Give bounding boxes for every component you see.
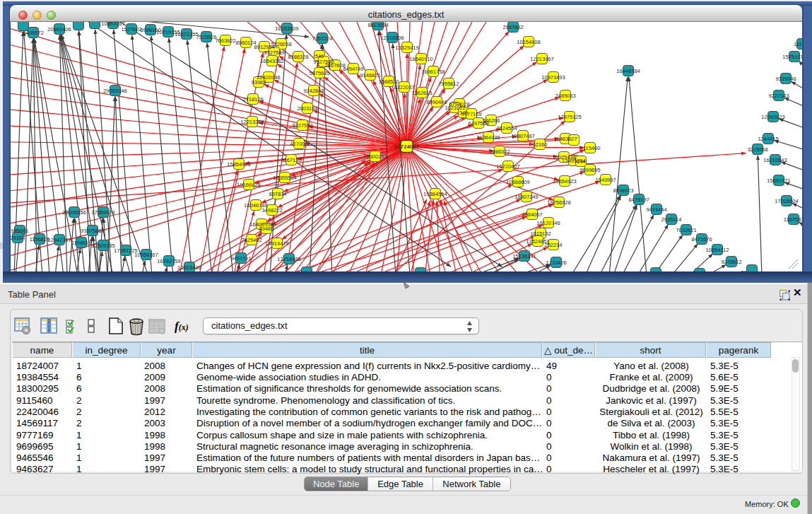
svg-text:16120746: 16120746 [536, 220, 560, 226]
svg-text:7357224: 7357224 [312, 35, 332, 42]
svg-text:8427552: 8427552 [292, 122, 312, 129]
svg-text:2987682: 2987682 [502, 24, 523, 30]
svg-text:12505135: 12505135 [91, 243, 114, 249]
svg-text:8990448: 8990448 [426, 99, 447, 105]
svg-text:8186328: 8186328 [288, 54, 308, 60]
svg-text:2867608: 2867608 [324, 62, 345, 69]
svg-text:9474444: 9474444 [646, 206, 666, 213]
svg-text:8960124: 8960124 [235, 40, 256, 46]
svg-text:9329946: 9329946 [775, 76, 796, 82]
svg-text:3215958: 3215958 [747, 146, 767, 153]
svg-text:10807487: 10807487 [511, 133, 534, 139]
svg-text:19756928: 19756928 [547, 199, 570, 206]
svg-text:2718126: 2718126 [242, 96, 263, 103]
svg-text:7632621: 7632621 [676, 227, 696, 233]
svg-text:16033809: 16033809 [275, 25, 298, 32]
svg-text:16961758: 16961758 [421, 69, 445, 75]
svg-text:93963: 93963 [252, 79, 266, 86]
svg-text:9115460: 9115460 [580, 145, 601, 151]
svg-text:16543382: 16543382 [260, 58, 283, 64]
svg-text:9457791: 9457791 [230, 255, 251, 262]
svg-text:21364436: 21364436 [476, 134, 500, 141]
svg-text:14914479: 14914479 [265, 240, 288, 247]
svg-text:1154519: 1154519 [71, 240, 92, 246]
svg-text:10688609: 10688609 [506, 179, 529, 185]
svg-text:25300293: 25300293 [363, 153, 387, 160]
svg-text:10654112: 10654112 [706, 247, 729, 253]
svg-text:9777169: 9777169 [461, 111, 481, 117]
svg-text:18724007: 18724007 [394, 144, 420, 150]
svg-text:19384554: 19384554 [423, 191, 447, 197]
svg-text:252214: 252214 [544, 242, 562, 248]
svg-text:10973493: 10973493 [541, 74, 565, 81]
svg-text:7515526: 7515526 [196, 34, 216, 40]
svg-text:8454749: 8454749 [343, 66, 363, 72]
svg-text:9327509: 9327509 [264, 49, 284, 56]
svg-text:1527602: 1527602 [121, 26, 141, 33]
svg-text:17359924: 17359924 [91, 209, 114, 216]
svg-text:8813054: 8813054 [367, 22, 388, 28]
svg-text:2935114: 2935114 [661, 216, 682, 223]
svg-text:1167533: 1167533 [784, 216, 802, 223]
svg-text:1640957: 1640957 [595, 177, 616, 183]
svg-text:16448784: 16448784 [616, 68, 640, 74]
svg-text:9699695: 9699695 [579, 167, 600, 173]
svg-text:1405572: 1405572 [23, 30, 43, 36]
svg-text:6479197: 6479197 [628, 197, 649, 203]
svg-text:7955812: 7955812 [438, 81, 459, 87]
svg-text:19463627: 19463627 [553, 136, 577, 142]
svg-text:12213967: 12213967 [530, 56, 553, 62]
svg-text:12975125: 12975125 [558, 114, 581, 120]
svg-text:93975867: 93975867 [81, 228, 104, 234]
svg-text:867834: 867834 [269, 191, 286, 197]
svg-text:8471676: 8471676 [691, 236, 712, 243]
svg-text:20691406: 20691406 [47, 26, 71, 33]
svg-text:5226058: 5226058 [271, 41, 291, 47]
svg-text:12213369: 12213369 [240, 119, 264, 125]
svg-text:16782759: 16782759 [157, 258, 180, 264]
svg-text:111727: 111727 [794, 41, 802, 47]
svg-text:18640910: 18640910 [409, 56, 433, 62]
svg-text:16671355: 16671355 [175, 31, 198, 37]
svg-text:15854908: 15854908 [227, 161, 250, 168]
svg-text:417006: 417006 [290, 141, 307, 147]
svg-text:15692971: 15692971 [767, 177, 790, 184]
svg-text:13325419: 13325419 [395, 45, 418, 51]
svg-text:89489: 89489 [259, 226, 274, 232]
svg-text:10958167: 10958167 [134, 252, 158, 258]
svg-text:1362615: 1362615 [411, 90, 432, 96]
svg-text:7625402: 7625402 [241, 237, 261, 243]
svg-text:1244415: 1244415 [758, 136, 778, 142]
svg-text:8938923: 8938923 [613, 187, 633, 194]
svg-text:17016504: 17016504 [775, 198, 798, 204]
svg-text:9146821: 9146821 [360, 72, 380, 78]
svg-text:18807249: 18807249 [514, 194, 538, 200]
svg-text:3624554: 3624554 [496, 125, 517, 132]
svg-text:9084067: 9084067 [522, 211, 542, 218]
svg-text:1615132: 1615132 [530, 230, 551, 237]
svg-text:39154: 39154 [11, 235, 25, 241]
svg-text:3498222: 3498222 [261, 207, 282, 214]
svg-text:12093823: 12093823 [761, 114, 784, 120]
svg-text:12218506: 12218506 [380, 35, 404, 41]
svg-text:985061: 985061 [11, 228, 28, 234]
svg-text:19166829: 19166829 [237, 182, 260, 188]
svg-text:10154808: 10154808 [517, 39, 540, 45]
svg-text:1733426: 1733426 [546, 259, 566, 266]
svg-text:2803144: 2803144 [297, 105, 317, 112]
svg-text:1156829: 1156829 [30, 236, 50, 243]
svg-text:3267130: 3267130 [281, 157, 301, 163]
svg-text:13716485: 13716485 [277, 256, 300, 262]
svg-text:15751074: 15751074 [782, 54, 802, 60]
svg-text:7485063: 7485063 [555, 93, 575, 99]
svg-text:20206556: 20206556 [62, 209, 86, 216]
svg-text:7986322: 7986322 [489, 148, 510, 155]
svg-text:7663822: 7663822 [215, 37, 235, 44]
svg-text:644: 644 [577, 158, 586, 165]
svg-text:29053346: 29053346 [103, 88, 126, 94]
svg-text:9242848: 9242848 [303, 88, 324, 94]
svg-text:16210643: 16210643 [763, 157, 787, 163]
svg-text:12942757: 12942757 [47, 237, 71, 243]
svg-text:5675685: 5675685 [309, 70, 329, 76]
svg-text:13654923: 13654923 [553, 178, 576, 185]
